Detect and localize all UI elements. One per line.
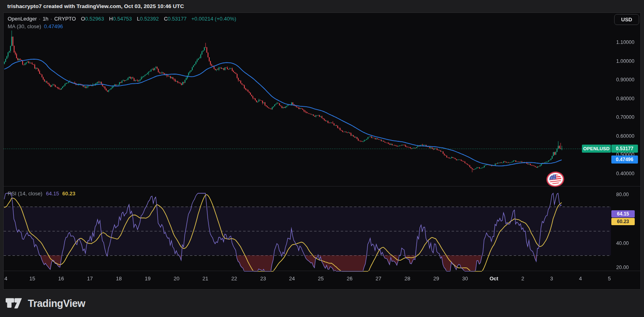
time-tick-label: 3 [550, 276, 553, 282]
rsi-tick-label: 20.00 [616, 264, 629, 271]
rsi-value: 64.15 [46, 191, 59, 197]
time-tick-label: 22 [231, 276, 237, 282]
time-tick-label: 26 [347, 276, 352, 282]
time-tick-label: 15 [29, 276, 35, 282]
market-label: CRYPTO [54, 16, 76, 22]
time-axis-divider [4, 271, 640, 271]
us-flag-badge [546, 171, 565, 188]
rsi-legend[interactable]: RSI (14, close)64.1560.23 [8, 191, 75, 197]
time-tick-label: 2 [521, 276, 524, 282]
attribution-text: trishacrypto7 created with TradingView.c… [7, 3, 184, 9]
price-chart-canvas[interactable] [4, 13, 640, 289]
time-tick-label: 5 [608, 276, 611, 282]
separator-dot: · [50, 16, 52, 22]
chart-frame: OpenLedger·1h·CRYPTO O0.52963 H0.54753 L… [3, 12, 641, 290]
tradingview-snapshot: trishacrypto7 created with TradingView.c… [0, 0, 644, 317]
open-value: O0.52963 [81, 16, 104, 22]
price-tick-label: 0.40000 [616, 170, 634, 177]
ma-label: MA (30, close) [8, 23, 41, 29]
rsi-value-tag: 64.15 [611, 210, 635, 218]
time-tick-label: 24 [289, 276, 295, 282]
rsi-ma-value: 60.23 [63, 191, 76, 197]
interval-label: 1h [43, 16, 48, 22]
time-tick-label: 16 [58, 276, 64, 282]
ma-legend[interactable]: MA (30, close)0.47496 [8, 23, 63, 29]
low-value: L0.52392 [137, 16, 159, 22]
footer-bar: TradingView [0, 290, 644, 317]
rsi-label: RSI (14, close) [8, 191, 42, 197]
ma-price-tag: 0.47496 [611, 155, 638, 164]
rsi-ma-value-tag: 60.23 [611, 218, 635, 225]
pane-divider [4, 186, 640, 186]
price-tick-label: 0.80000 [616, 95, 634, 102]
price-tick-label: 0.60000 [616, 133, 634, 139]
tradingview-logo-icon[interactable] [6, 298, 23, 309]
symbol-legend[interactable]: OpenLedger·1h·CRYPTO O0.52963 H0.54753 L… [8, 16, 236, 22]
time-tick-label: 4 [579, 276, 582, 282]
time-tick-label: 29 [433, 276, 439, 282]
time-tick-label: Oct [490, 276, 498, 282]
attribution-bar: trishacrypto7 created with TradingView.c… [0, 0, 644, 12]
price-tick-label: 0.90000 [616, 77, 634, 83]
time-tick-label: 18 [116, 276, 121, 282]
time-tick-label: 30 [462, 276, 468, 282]
price-tick-label: 1.10000 [616, 39, 634, 46]
time-tick-label: 20 [174, 276, 179, 282]
time-tick-label: 27 [375, 276, 381, 282]
time-tick-label: 4 [4, 276, 7, 282]
high-value: H0.54753 [109, 16, 132, 22]
change-value: +0.00214 (+0.40%) [191, 16, 236, 22]
time-tick-label: 25 [318, 276, 323, 282]
currency-toggle-button[interactable]: USD [614, 14, 639, 25]
last-price-tag: 0.53177 [611, 145, 638, 153]
symbol-price-label: OPENLUSD [582, 145, 611, 153]
time-tick-label: 23 [260, 276, 266, 282]
price-tick-label: 0.70000 [616, 114, 634, 120]
ma-value: 0.47496 [44, 23, 63, 29]
rsi-tick-label: 40.00 [616, 240, 629, 247]
time-tick-label: 28 [404, 276, 410, 282]
time-tick-label: 19 [145, 276, 150, 282]
close-value: C0.53177 [164, 16, 186, 22]
separator-dot: · [39, 16, 40, 22]
time-tick-label: 17 [87, 276, 93, 282]
price-tick-label: 1.00000 [616, 58, 634, 64]
rsi-tick-label: 80.00 [616, 191, 629, 198]
symbol-name: OpenLedger [8, 16, 37, 22]
time-tick-label: 21 [202, 276, 208, 282]
tradingview-wordmark[interactable]: TradingView [28, 298, 85, 309]
